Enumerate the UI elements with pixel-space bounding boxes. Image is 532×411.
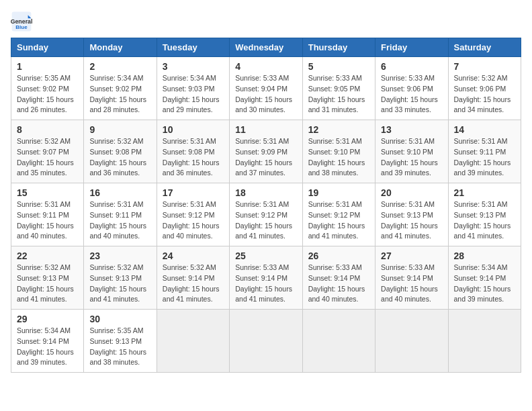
day-number: 17	[163, 187, 224, 198]
calendar-cell: 21Sunrise: 5:31 AM Sunset: 9:13 PM Dayli…	[448, 183, 521, 246]
day-number: 9	[89, 124, 150, 135]
day-info: Sunrise: 5:32 AM Sunset: 9:08 PM Dayligh…	[89, 136, 150, 179]
calendar-header-row: SundayMondayTuesdayWednesdayThursdayFrid…	[11, 38, 521, 57]
day-number: 16	[89, 187, 150, 198]
calendar-cell: 24Sunrise: 5:32 AM Sunset: 9:14 PM Dayli…	[157, 246, 229, 310]
day-number: 15	[17, 187, 78, 198]
day-info: Sunrise: 5:31 AM Sunset: 9:08 PM Dayligh…	[163, 136, 224, 179]
calendar-cell: 29Sunrise: 5:34 AM Sunset: 9:14 PM Dayli…	[11, 310, 84, 373]
day-number: 28	[454, 250, 515, 261]
day-info: Sunrise: 5:35 AM Sunset: 9:02 PM Dayligh…	[17, 73, 78, 116]
day-info: Sunrise: 5:31 AM Sunset: 9:10 PM Dayligh…	[381, 136, 442, 179]
calendar-week-row: 29Sunrise: 5:34 AM Sunset: 9:14 PM Dayli…	[11, 310, 521, 373]
day-info: Sunrise: 5:33 AM Sunset: 9:04 PM Dayligh…	[235, 73, 296, 116]
day-info: Sunrise: 5:33 AM Sunset: 9:05 PM Dayligh…	[308, 73, 369, 116]
calendar-cell: 18Sunrise: 5:31 AM Sunset: 9:12 PM Dayli…	[230, 183, 302, 246]
calendar-cell: 3Sunrise: 5:34 AM Sunset: 9:03 PM Daylig…	[157, 57, 229, 120]
day-number: 29	[17, 314, 78, 324]
calendar-week-row: 22Sunrise: 5:32 AM Sunset: 9:13 PM Dayli…	[11, 246, 521, 310]
calendar-cell: 12Sunrise: 5:31 AM Sunset: 9:10 PM Dayli…	[302, 120, 375, 183]
day-number: 20	[381, 187, 442, 198]
calendar-cell: 13Sunrise: 5:31 AM Sunset: 9:10 PM Dayli…	[375, 120, 448, 183]
day-number: 27	[381, 250, 442, 261]
calendar-cell: 1Sunrise: 5:35 AM Sunset: 9:02 PM Daylig…	[11, 57, 84, 120]
day-info: Sunrise: 5:34 AM Sunset: 9:14 PM Dayligh…	[454, 263, 515, 305]
calendar-cell: 4Sunrise: 5:33 AM Sunset: 9:04 PM Daylig…	[230, 57, 302, 120]
calendar-header-sunday: Sunday	[11, 38, 84, 57]
calendar-cell: 15Sunrise: 5:31 AM Sunset: 9:11 PM Dayli…	[11, 183, 84, 246]
logo: General Blue	[11, 11, 35, 32]
day-number: 2	[89, 61, 150, 72]
calendar-cell: 23Sunrise: 5:32 AM Sunset: 9:13 PM Dayli…	[84, 246, 157, 310]
calendar-cell: 9Sunrise: 5:32 AM Sunset: 9:08 PM Daylig…	[84, 120, 157, 183]
day-info: Sunrise: 5:34 AM Sunset: 9:03 PM Dayligh…	[163, 73, 224, 116]
day-number: 10	[163, 124, 224, 135]
day-number: 23	[89, 250, 150, 261]
calendar-cell: 11Sunrise: 5:31 AM Sunset: 9:09 PM Dayli…	[230, 120, 302, 183]
day-info: Sunrise: 5:33 AM Sunset: 9:14 PM Dayligh…	[235, 263, 296, 305]
calendar-cell: 7Sunrise: 5:32 AM Sunset: 9:06 PM Daylig…	[448, 57, 521, 120]
day-info: Sunrise: 5:31 AM Sunset: 9:09 PM Dayligh…	[235, 136, 296, 179]
calendar-body: 1Sunrise: 5:35 AM Sunset: 9:02 PM Daylig…	[11, 57, 521, 373]
day-number: 24	[163, 250, 224, 261]
day-number: 5	[308, 61, 369, 72]
calendar-cell	[157, 310, 229, 373]
day-number: 30	[89, 314, 150, 324]
day-info: Sunrise: 5:32 AM Sunset: 9:13 PM Dayligh…	[89, 263, 150, 305]
day-number: 4	[235, 61, 296, 72]
day-number: 22	[17, 250, 78, 261]
day-info: Sunrise: 5:31 AM Sunset: 9:11 PM Dayligh…	[17, 199, 78, 242]
day-number: 11	[235, 124, 296, 135]
logo-icon: General Blue	[11, 11, 32, 32]
calendar-cell: 20Sunrise: 5:31 AM Sunset: 9:13 PM Dayli…	[375, 183, 448, 246]
day-info: Sunrise: 5:31 AM Sunset: 9:13 PM Dayligh…	[381, 199, 442, 242]
day-info: Sunrise: 5:32 AM Sunset: 9:14 PM Dayligh…	[163, 263, 224, 305]
calendar-cell: 2Sunrise: 5:34 AM Sunset: 9:02 PM Daylig…	[84, 57, 157, 120]
day-info: Sunrise: 5:31 AM Sunset: 9:12 PM Dayligh…	[308, 199, 369, 242]
day-number: 19	[308, 187, 369, 198]
calendar-week-row: 15Sunrise: 5:31 AM Sunset: 9:11 PM Dayli…	[11, 183, 521, 246]
calendar-header-wednesday: Wednesday	[230, 38, 302, 57]
day-number: 8	[17, 124, 78, 135]
day-info: Sunrise: 5:31 AM Sunset: 9:12 PM Dayligh…	[235, 199, 296, 242]
calendar-cell: 8Sunrise: 5:32 AM Sunset: 9:07 PM Daylig…	[11, 120, 84, 183]
day-info: Sunrise: 5:35 AM Sunset: 9:13 PM Dayligh…	[89, 326, 150, 368]
calendar-cell	[302, 310, 375, 373]
day-info: Sunrise: 5:32 AM Sunset: 9:07 PM Dayligh…	[17, 136, 78, 179]
calendar-cell: 10Sunrise: 5:31 AM Sunset: 9:08 PM Dayli…	[157, 120, 229, 183]
day-info: Sunrise: 5:31 AM Sunset: 9:13 PM Dayligh…	[454, 199, 515, 242]
calendar-cell: 17Sunrise: 5:31 AM Sunset: 9:12 PM Dayli…	[157, 183, 229, 246]
day-info: Sunrise: 5:33 AM Sunset: 9:06 PM Dayligh…	[381, 73, 442, 116]
calendar-cell: 26Sunrise: 5:33 AM Sunset: 9:14 PM Dayli…	[302, 246, 375, 310]
day-info: Sunrise: 5:31 AM Sunset: 9:12 PM Dayligh…	[163, 199, 224, 242]
calendar-header-monday: Monday	[84, 38, 157, 57]
day-info: Sunrise: 5:33 AM Sunset: 9:14 PM Dayligh…	[381, 263, 442, 305]
day-info: Sunrise: 5:34 AM Sunset: 9:14 PM Dayligh…	[17, 326, 78, 368]
day-info: Sunrise: 5:32 AM Sunset: 9:13 PM Dayligh…	[17, 263, 78, 305]
calendar-table: SundayMondayTuesdayWednesdayThursdayFrid…	[11, 38, 521, 373]
day-number: 21	[454, 187, 515, 198]
day-number: 18	[235, 187, 296, 198]
day-info: Sunrise: 5:31 AM Sunset: 9:11 PM Dayligh…	[89, 199, 150, 242]
day-number: 14	[454, 124, 515, 135]
day-info: Sunrise: 5:31 AM Sunset: 9:10 PM Dayligh…	[308, 136, 369, 179]
svg-text:Blue: Blue	[15, 24, 28, 30]
calendar-cell	[230, 310, 302, 373]
calendar-cell: 30Sunrise: 5:35 AM Sunset: 9:13 PM Dayli…	[84, 310, 157, 373]
calendar-cell: 14Sunrise: 5:31 AM Sunset: 9:11 PM Dayli…	[448, 120, 521, 183]
calendar-header-tuesday: Tuesday	[157, 38, 229, 57]
day-number: 3	[163, 61, 224, 72]
day-number: 25	[235, 250, 296, 261]
calendar-cell: 28Sunrise: 5:34 AM Sunset: 9:14 PM Dayli…	[448, 246, 521, 310]
calendar-week-row: 1Sunrise: 5:35 AM Sunset: 9:02 PM Daylig…	[11, 57, 521, 120]
day-info: Sunrise: 5:32 AM Sunset: 9:06 PM Dayligh…	[454, 73, 515, 116]
calendar-cell: 19Sunrise: 5:31 AM Sunset: 9:12 PM Dayli…	[302, 183, 375, 246]
calendar-cell	[375, 310, 448, 373]
day-info: Sunrise: 5:31 AM Sunset: 9:11 PM Dayligh…	[454, 136, 515, 179]
calendar-header-thursday: Thursday	[302, 38, 375, 57]
calendar-cell: 16Sunrise: 5:31 AM Sunset: 9:11 PM Dayli…	[84, 183, 157, 246]
calendar-header-saturday: Saturday	[448, 38, 521, 57]
calendar-cell: 5Sunrise: 5:33 AM Sunset: 9:05 PM Daylig…	[302, 57, 375, 120]
calendar-cell: 27Sunrise: 5:33 AM Sunset: 9:14 PM Dayli…	[375, 246, 448, 310]
day-number: 7	[454, 61, 515, 72]
